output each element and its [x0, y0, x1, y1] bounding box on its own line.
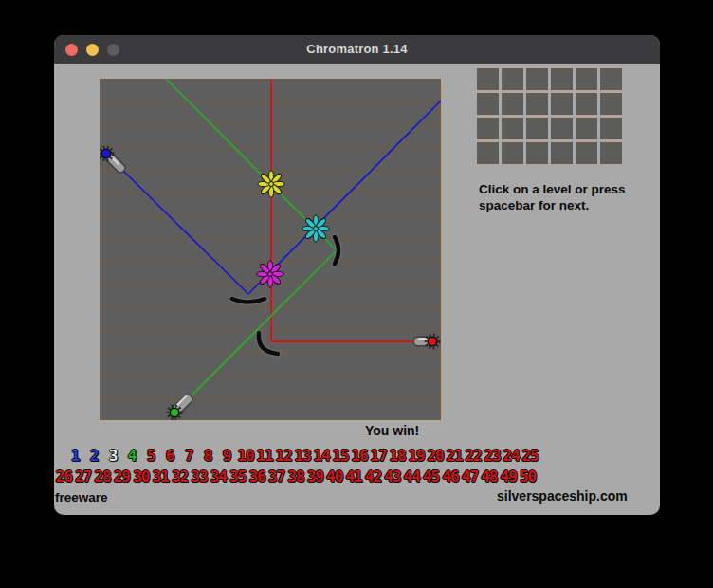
instruction-text: Click on a level or press spacebar for n…	[479, 181, 626, 213]
flower-target-magenta[interactable]	[257, 261, 283, 287]
level-number[interactable]: 7	[179, 448, 198, 465]
level-number[interactable]: 31	[151, 469, 170, 486]
flower-center	[268, 272, 273, 277]
mirror-blue-vertex[interactable]	[232, 299, 265, 303]
level-number[interactable]: 6	[160, 448, 179, 465]
level-number[interactable]: 39	[305, 469, 324, 486]
level-cell[interactable]	[600, 93, 622, 115]
level-number[interactable]: 14	[312, 448, 331, 465]
level-number[interactable]: 41	[344, 469, 363, 486]
level-cell[interactable]	[477, 68, 499, 90]
level-number[interactable]: 44	[402, 469, 421, 486]
level-number[interactable]: 25	[521, 448, 539, 465]
level-cell[interactable]	[576, 118, 597, 139]
level-number[interactable]: 16	[350, 448, 369, 465]
level-cell[interactable]	[526, 142, 548, 164]
level-cell[interactable]	[502, 118, 523, 139]
level-number[interactable]: 48	[480, 469, 499, 486]
level-cell[interactable]	[551, 68, 573, 90]
level-cell[interactable]	[526, 93, 548, 115]
level-number[interactable]: 47	[460, 469, 479, 486]
level-cell[interactable]	[502, 93, 523, 115]
level-number[interactable]: 26	[54, 469, 73, 486]
level-number[interactable]: 34	[209, 469, 228, 486]
website-link[interactable]: silverspaceship.com	[497, 488, 628, 504]
level-cell[interactable]	[551, 93, 573, 115]
level-cell[interactable]	[600, 142, 622, 164]
level-number[interactable]: 36	[247, 469, 266, 486]
level-cell[interactable]	[551, 118, 573, 139]
level-numbers-row-2: 2627282930313233343536373839404142434445…	[54, 469, 538, 486]
window-title: Chromatron 1.14	[54, 35, 660, 64]
level-cell[interactable]	[576, 142, 597, 164]
level-number[interactable]: 28	[93, 469, 112, 486]
level-cell[interactable]	[551, 142, 573, 164]
level-number[interactable]: 8	[198, 448, 217, 465]
level-cell[interactable]	[502, 68, 523, 90]
level-number[interactable]: 13	[293, 448, 312, 465]
level-number[interactable]: 40	[324, 469, 343, 486]
level-cell[interactable]	[477, 118, 499, 139]
level-number[interactable]: 9	[217, 448, 236, 465]
board-grid	[100, 79, 441, 420]
level-cell[interactable]	[502, 142, 523, 164]
level-number[interactable]: 27	[73, 469, 92, 486]
level-number[interactable]: 20	[426, 448, 445, 465]
status-message: You win!	[365, 423, 419, 438]
freeware-label: freeware	[55, 490, 108, 505]
level-number[interactable]: 22	[464, 448, 483, 465]
flower-target-cyan[interactable]	[302, 215, 329, 242]
level-number[interactable]: 24	[502, 448, 521, 465]
level-cell[interactable]	[526, 68, 548, 90]
level-number[interactable]: 17	[369, 448, 388, 465]
level-number[interactable]: 49	[499, 469, 518, 486]
level-number[interactable]: 32	[170, 469, 189, 486]
level-number[interactable]: 10	[236, 448, 255, 465]
level-number[interactable]: 23	[483, 448, 502, 465]
level-cell[interactable]	[526, 118, 548, 139]
level-number[interactable]: 45	[421, 469, 440, 486]
level-number[interactable]: 3	[103, 448, 122, 465]
level-cell[interactable]	[477, 93, 499, 115]
level-number[interactable]: 12	[274, 448, 293, 465]
level-number[interactable]: 1	[65, 448, 84, 465]
emitter-lens-red	[428, 337, 437, 346]
titlebar[interactable]: Chromatron 1.14	[54, 35, 660, 64]
level-number[interactable]: 50	[518, 469, 537, 486]
level-number[interactable]: 35	[229, 469, 247, 486]
flower-target-yellow[interactable]	[258, 171, 284, 197]
mirror-green-vertex[interactable]	[335, 237, 338, 264]
level-number[interactable]: 42	[363, 469, 382, 486]
game-board[interactable]	[100, 79, 441, 420]
level-number[interactable]: 11	[255, 448, 274, 465]
level-cell[interactable]	[600, 118, 622, 139]
level-number[interactable]: 2	[84, 448, 103, 465]
emitter-lens-blue	[101, 149, 111, 158]
instruction-line-1: Click on a level or press	[479, 181, 626, 197]
level-cell[interactable]	[576, 68, 597, 90]
level-number[interactable]: 46	[441, 469, 460, 486]
instruction-line-2: spacebar for next.	[479, 197, 626, 213]
level-number[interactable]: 29	[112, 469, 131, 486]
minimize-button[interactable]	[86, 44, 99, 56]
level-number[interactable]: 5	[141, 448, 160, 465]
level-number[interactable]: 33	[190, 469, 209, 486]
level-cell[interactable]	[576, 93, 597, 115]
level-cell[interactable]	[600, 68, 622, 90]
zoom-button-disabled	[107, 44, 119, 56]
app-window: Chromatron 1.14	[54, 35, 660, 515]
level-number[interactable]: 30	[132, 469, 151, 486]
flower-center	[314, 227, 319, 231]
level-number[interactable]: 19	[407, 448, 426, 465]
level-selector-grid[interactable]	[477, 68, 622, 164]
level-number[interactable]: 4	[122, 448, 141, 465]
level-number[interactable]: 21	[445, 448, 464, 465]
level-number[interactable]: 38	[286, 469, 305, 486]
level-number[interactable]: 15	[331, 448, 350, 465]
close-button[interactable]	[65, 44, 78, 56]
level-cell[interactable]	[477, 142, 499, 164]
level-number[interactable]: 37	[266, 469, 285, 486]
level-number[interactable]: 43	[383, 469, 402, 486]
level-number[interactable]: 18	[388, 448, 407, 465]
flower-center	[269, 182, 274, 187]
